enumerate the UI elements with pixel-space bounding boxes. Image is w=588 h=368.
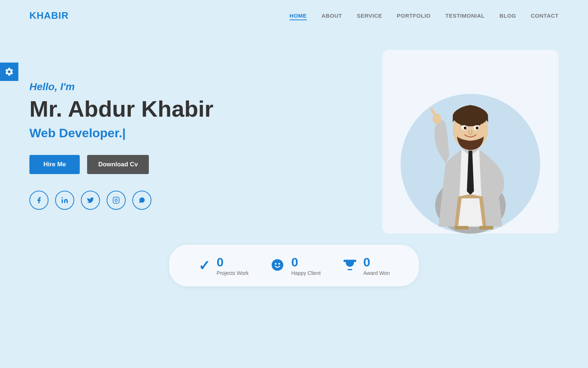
hero-person-image <box>401 57 540 234</box>
clients-text: 0 Happy Client <box>291 255 320 276</box>
hero-section: Hello, I'm Mr. Abdur Khabir Web Develope… <box>0 31 588 245</box>
smiley-icon <box>270 258 284 273</box>
nav-item-blog[interactable]: BLOG <box>499 13 516 19</box>
hero-greeting: Hello, I'm <box>29 81 382 93</box>
clients-stat: 0 Happy Client <box>270 255 320 276</box>
svg-rect-13 <box>455 226 469 230</box>
hero-image-container <box>382 50 559 234</box>
svg-point-15 <box>272 259 284 271</box>
nav-links: HOME ABOUT SERVICE PORTFOLIO TESTIMONIAL… <box>290 13 559 19</box>
awards-stat: 0 Award Won <box>343 255 390 276</box>
twitter-icon[interactable] <box>81 191 100 210</box>
nav-item-about[interactable]: ABOUT <box>322 13 342 19</box>
awards-label: Award Won <box>363 270 390 276</box>
nav-item-service[interactable]: SERVICE <box>357 13 382 19</box>
svg-point-11 <box>464 127 467 130</box>
svg-rect-19 <box>347 269 352 270</box>
hero-name: Mr. Abdur Khabir <box>29 96 382 121</box>
svg-rect-1 <box>113 197 119 204</box>
svg-point-0 <box>62 197 63 198</box>
awards-text: 0 Award Won <box>363 255 390 276</box>
settings-button[interactable] <box>0 63 18 81</box>
svg-point-17 <box>279 263 280 265</box>
hire-me-button[interactable]: Hire Me <box>29 155 80 174</box>
svg-point-16 <box>275 263 277 265</box>
facebook-icon[interactable] <box>29 191 49 210</box>
trophy-icon <box>343 258 357 273</box>
projects-text: 0 Projects Work <box>217 255 249 276</box>
brand-logo[interactable]: KHABIR <box>29 10 69 21</box>
nav-item-portfolio[interactable]: PORTFOLIO <box>397 13 431 19</box>
clients-label: Happy Client <box>291 270 320 276</box>
hero-title: Web Developer.| <box>29 126 382 140</box>
clients-count: 0 <box>291 255 298 269</box>
nav-item-home[interactable]: HOME <box>290 13 307 19</box>
stats-section: ✓ 0 Projects Work 0 Happy Client <box>0 245 588 305</box>
instagram-icon[interactable] <box>107 191 126 210</box>
social-icons <box>29 191 382 210</box>
nav-item-testimonial[interactable]: TESTIMONIAL <box>445 13 485 19</box>
nav-item-contact[interactable]: CONTACT <box>531 13 559 19</box>
navbar: KHABIR HOME ABOUT SERVICE PORTFOLIO TEST… <box>0 0 588 31</box>
linkedin-icon[interactable] <box>55 191 74 210</box>
hero-content: Hello, I'm Mr. Abdur Khabir Web Develope… <box>29 74 382 210</box>
projects-stat: ✓ 0 Projects Work <box>198 255 249 276</box>
projects-count: 0 <box>217 255 224 269</box>
svg-line-5 <box>431 109 434 114</box>
checkmark-icon: ✓ <box>198 258 210 274</box>
projects-label: Projects Work <box>217 270 249 276</box>
stats-card: ✓ 0 Projects Work 0 Happy Client <box>169 245 419 286</box>
download-cv-button[interactable]: Download Cv <box>87 155 149 174</box>
awards-count: 0 <box>363 255 370 269</box>
svg-point-12 <box>476 127 478 130</box>
svg-rect-14 <box>479 226 493 230</box>
hero-buttons: Hire Me Download Cv <box>29 155 382 174</box>
whatsapp-icon[interactable] <box>132 191 151 210</box>
